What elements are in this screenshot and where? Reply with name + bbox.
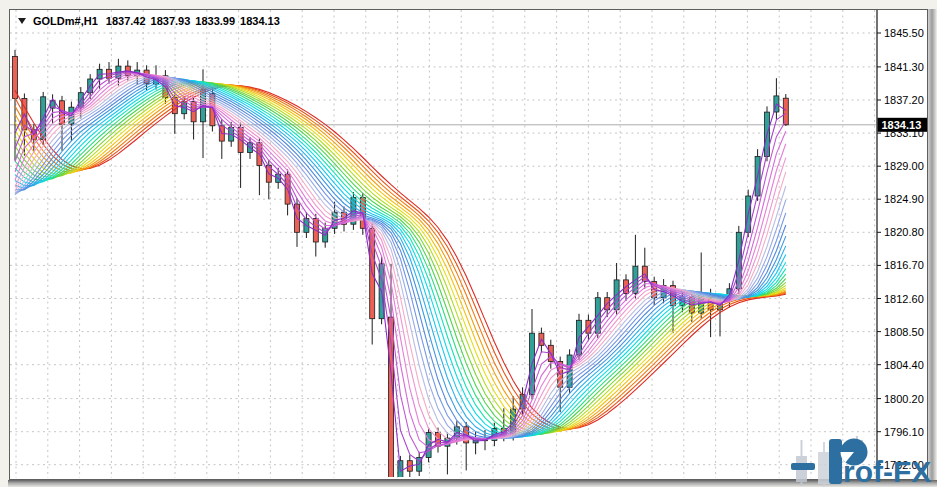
price-axis-label: 1845.50: [884, 27, 924, 39]
current-price-tag: 1834.13: [878, 118, 928, 132]
ohlc-high: 1837.93: [151, 15, 191, 27]
price-axis-label: 1804.40: [884, 359, 924, 371]
price-axis-label: 1812.60: [884, 293, 924, 305]
prof-fx-logo: rof-FX: [791, 436, 937, 487]
screenshot-root: { "window": { "chart_title": { "symbol":…: [0, 0, 937, 487]
price-axis-label: 1829.00: [884, 160, 924, 172]
window-right-edge: [928, 9, 937, 480]
price-axis-label: 1800.20: [884, 393, 924, 405]
chevron-down-icon[interactable]: [18, 18, 26, 24]
chart-title-bar: GOLDm#,H1 1837.42 1837.93 1833.99 1834.1…: [18, 14, 280, 28]
current-price-value: 1834.13: [882, 119, 922, 131]
price-axis-label: 1808.50: [884, 326, 924, 338]
price-axis-label: 1820.80: [884, 226, 924, 238]
price-chart-plot[interactable]: 1845.501841.301837.201833.101829.001824.…: [10, 10, 927, 478]
ohlc-close: 1834.13: [240, 15, 280, 27]
price-axis[interactable]: 1845.501841.301837.201833.101829.001824.…: [877, 10, 924, 478]
symbol-label: GOLDm#,H1: [33, 15, 98, 27]
price-axis-label: 1816.70: [884, 259, 924, 271]
price-axis-label: 1837.20: [884, 94, 924, 106]
chart-window: 1845.501841.301837.201833.101829.001824.…: [9, 9, 928, 480]
ohlc-low: 1833.99: [195, 15, 235, 27]
ohlc-open: 1837.42: [106, 15, 146, 27]
rainbow-ma-layer: [15, 71, 786, 471]
logo-text: rof-FX: [843, 455, 931, 487]
candles-layer: [13, 50, 789, 478]
price-axis-label: 1841.30: [884, 61, 924, 73]
price-axis-label: 1824.90: [884, 193, 924, 205]
